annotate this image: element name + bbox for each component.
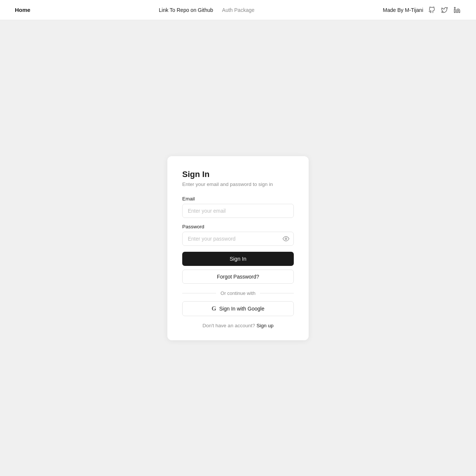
nav-author-label: Made By M-Tijani	[383, 7, 423, 13]
forgot-password-button[interactable]: Forgot Password?	[182, 270, 294, 284]
divider-text: Or continue with	[221, 290, 255, 296]
signin-button[interactable]: Sign In	[182, 252, 294, 266]
svg-rect-0	[454, 9, 456, 12]
linkedin-icon[interactable]	[453, 6, 461, 14]
no-account-text: Don't have an account?	[203, 323, 255, 328]
nav-github-link[interactable]: Link To Repo on Github	[159, 7, 213, 13]
nav-auth-link[interactable]: Auth Package	[222, 7, 254, 13]
password-input[interactable]	[182, 232, 294, 246]
divider-line-left	[182, 293, 216, 293]
navbar: Home Link To Repo on Github Auth Package…	[0, 0, 476, 20]
signin-card: Sign In Enter your email and password to…	[167, 156, 309, 340]
divider: Or continue with	[182, 290, 294, 296]
main-content: Sign In Enter your email and password to…	[0, 20, 476, 476]
email-label: Email	[182, 196, 294, 202]
email-input[interactable]	[182, 204, 294, 218]
password-toggle-icon[interactable]	[283, 235, 289, 242]
svg-point-1	[454, 7, 456, 8]
email-input-wrapper	[182, 204, 294, 218]
signup-link[interactable]: Sign up	[257, 323, 274, 328]
google-icon: G	[212, 305, 216, 312]
password-label: Password	[182, 224, 294, 229]
card-title: Sign In	[182, 170, 294, 179]
twitter-icon[interactable]	[440, 6, 448, 14]
google-signin-label: Sign In with Google	[219, 306, 264, 312]
nav-home-link[interactable]: Home	[15, 7, 30, 13]
svg-point-2	[285, 238, 287, 239]
divider-line-right	[260, 293, 294, 293]
signup-row: Don't have an account? Sign up	[182, 323, 294, 328]
github-icon[interactable]	[428, 6, 436, 14]
card-subtitle: Enter your email and password to sign in	[182, 181, 294, 187]
password-input-wrapper	[182, 232, 294, 246]
google-signin-button[interactable]: G Sign In with Google	[182, 301, 294, 316]
